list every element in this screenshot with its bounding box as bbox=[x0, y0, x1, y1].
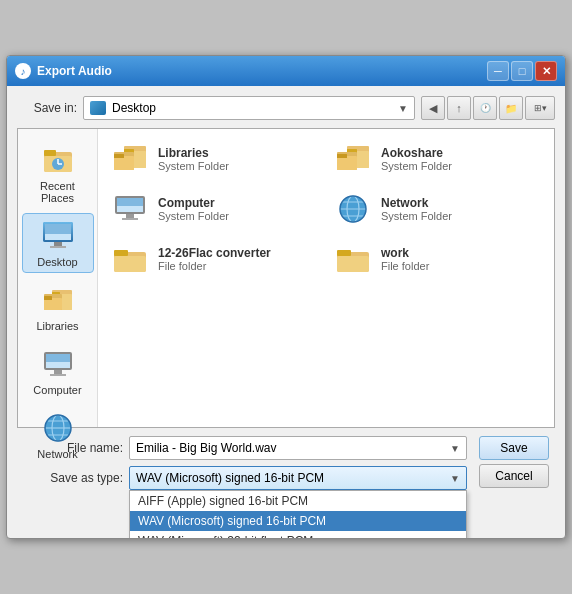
title-bar-buttons: ─ □ ✕ bbox=[487, 61, 557, 81]
file-pane: Libraries System Folder Aokoshare System… bbox=[98, 129, 554, 427]
file-item-info: work File folder bbox=[381, 246, 429, 272]
dropdown-item[interactable]: WAV (Microsoft) signed 16-bit PCM bbox=[130, 511, 466, 531]
file-item[interactable]: Computer System Folder bbox=[106, 187, 323, 231]
svg-rect-10 bbox=[54, 242, 62, 246]
filename-input[interactable]: Emilia - Big Big World.wav ▼ bbox=[129, 436, 467, 460]
dialog-title: Export Audio bbox=[37, 64, 112, 78]
filename-combo-arrow: ▼ bbox=[450, 443, 460, 454]
svg-rect-40 bbox=[337, 154, 347, 158]
save-button[interactable]: Save bbox=[479, 436, 549, 460]
sidebar-item-label: Computer bbox=[33, 384, 81, 396]
toolbar-nav: ◀ ↑ 🕐 📁 ⊞▾ bbox=[421, 96, 555, 120]
svg-rect-33 bbox=[114, 156, 134, 170]
views-button[interactable]: ⊞▾ bbox=[525, 96, 555, 120]
location-icon bbox=[90, 101, 106, 115]
filetype-combo[interactable]: WAV (Microsoft) signed 16-bit PCM ▼ bbox=[129, 466, 467, 490]
sidebar-item-label: Desktop bbox=[37, 256, 77, 268]
file-item[interactable]: Network System Folder bbox=[329, 187, 546, 231]
saveastype-row: Save as type: WAV (Microsoft) signed 16-… bbox=[23, 466, 467, 490]
toolbar-row: Save in: Desktop ▼ ◀ ↑ 🕐 📁 ⊞▾ bbox=[17, 96, 555, 120]
file-item-icon bbox=[110, 241, 150, 277]
svg-rect-11 bbox=[50, 246, 66, 248]
svg-rect-57 bbox=[337, 250, 351, 256]
up-button[interactable]: ↑ bbox=[447, 96, 471, 120]
computer-icon bbox=[40, 346, 76, 382]
file-item-info: Libraries System Folder bbox=[158, 146, 229, 172]
close-button[interactable]: ✕ bbox=[535, 61, 557, 81]
sidebar-item-recent-places[interactable]: Recent Places bbox=[22, 137, 94, 209]
svg-rect-34 bbox=[114, 154, 124, 158]
file-item[interactable]: 12-26Flac converter File folder bbox=[106, 237, 323, 281]
svg-rect-2 bbox=[44, 150, 56, 156]
filetype-value: WAV (Microsoft) signed 16-bit PCM bbox=[136, 471, 324, 485]
saveastype-label: Save as type: bbox=[23, 471, 123, 485]
file-item-icon bbox=[110, 141, 150, 177]
filetype-arrow-icon: ▼ bbox=[450, 473, 460, 484]
file-item-type: System Folder bbox=[381, 160, 452, 172]
sidebar-item-label: Libraries bbox=[36, 320, 78, 332]
minimize-button[interactable]: ─ bbox=[487, 61, 509, 81]
svg-rect-20 bbox=[46, 354, 70, 362]
svg-rect-9 bbox=[45, 224, 71, 234]
bottom-area: File name: Emilia - Big Big World.wav ▼ … bbox=[17, 428, 555, 528]
file-item[interactable]: work File folder bbox=[329, 237, 546, 281]
file-item-type: File folder bbox=[158, 260, 271, 272]
buttons-column: Save Cancel bbox=[479, 436, 549, 488]
file-item-name: Libraries bbox=[158, 146, 229, 160]
file-item-icon bbox=[333, 191, 373, 227]
filetype-dropdown[interactable]: AIFF (Apple) signed 16-bit PCMWAV (Micro… bbox=[129, 490, 467, 539]
filename-label: File name: bbox=[23, 441, 123, 455]
cancel-button[interactable]: Cancel bbox=[479, 464, 549, 488]
file-item-icon bbox=[110, 191, 150, 227]
svg-rect-54 bbox=[114, 250, 128, 256]
sidebar: Recent Places bbox=[18, 129, 98, 427]
file-item-type: File folder bbox=[381, 260, 429, 272]
svg-rect-22 bbox=[50, 374, 66, 376]
filetype-wrapper: WAV (Microsoft) signed 16-bit PCM ▼ AIFF… bbox=[129, 466, 467, 490]
sidebar-item-computer[interactable]: Computer bbox=[22, 341, 94, 401]
file-item-name: Computer bbox=[158, 196, 229, 210]
new-folder-button[interactable]: 📁 bbox=[499, 96, 523, 120]
location-combo[interactable]: Desktop ▼ bbox=[83, 96, 415, 120]
svg-rect-53 bbox=[114, 256, 146, 272]
file-item-name: Aokoshare bbox=[381, 146, 452, 160]
file-item-type: System Folder bbox=[381, 210, 452, 222]
back-button[interactable]: ◀ bbox=[421, 96, 445, 120]
filename-row: File name: Emilia - Big Big World.wav ▼ bbox=[23, 436, 467, 460]
libraries-icon bbox=[40, 282, 76, 318]
file-item-name: work bbox=[381, 246, 429, 260]
svg-rect-21 bbox=[54, 370, 62, 374]
dropdown-item[interactable]: WAV (Microsoft) 32-bit float PCM bbox=[130, 531, 466, 539]
svg-rect-39 bbox=[337, 156, 357, 170]
maximize-button[interactable]: □ bbox=[511, 61, 533, 81]
dialog-body: Save in: Desktop ▼ ◀ ↑ 🕐 📁 ⊞▾ bbox=[7, 86, 565, 538]
file-item-info: 12-26Flac converter File folder bbox=[158, 246, 271, 272]
file-item-icon bbox=[333, 141, 373, 177]
sidebar-item-libraries[interactable]: Libraries bbox=[22, 277, 94, 337]
file-item-name: Network bbox=[381, 196, 452, 210]
file-item-name: 12-26Flac converter bbox=[158, 246, 271, 260]
svg-rect-43 bbox=[117, 198, 143, 206]
svg-rect-17 bbox=[44, 296, 52, 300]
svg-rect-45 bbox=[122, 218, 138, 220]
file-item-type: System Folder bbox=[158, 160, 229, 172]
file-item-info: Network System Folder bbox=[381, 196, 452, 222]
file-item-info: Aokoshare System Folder bbox=[381, 146, 452, 172]
file-item-info: Computer System Folder bbox=[158, 196, 229, 222]
desktop-icon bbox=[40, 218, 76, 254]
title-bar: ♪ Export Audio ─ □ ✕ bbox=[7, 56, 565, 86]
file-item-type: System Folder bbox=[158, 210, 229, 222]
file-item[interactable]: Libraries System Folder bbox=[106, 137, 323, 181]
recent-button[interactable]: 🕐 bbox=[473, 96, 497, 120]
location-text: Desktop bbox=[112, 101, 392, 115]
file-item[interactable]: Aokoshare System Folder bbox=[329, 137, 546, 181]
svg-rect-44 bbox=[126, 214, 134, 218]
form-rows-area: File name: Emilia - Big Big World.wav ▼ … bbox=[23, 436, 467, 524]
dropdown-item[interactable]: AIFF (Apple) signed 16-bit PCM bbox=[130, 491, 466, 511]
app-icon: ♪ bbox=[15, 63, 31, 79]
filename-value: Emilia - Big Big World.wav bbox=[136, 441, 276, 455]
main-area: Recent Places bbox=[17, 128, 555, 428]
sidebar-item-desktop[interactable]: Desktop bbox=[22, 213, 94, 273]
svg-rect-56 bbox=[337, 256, 369, 272]
combo-arrow-icon: ▼ bbox=[398, 103, 408, 114]
